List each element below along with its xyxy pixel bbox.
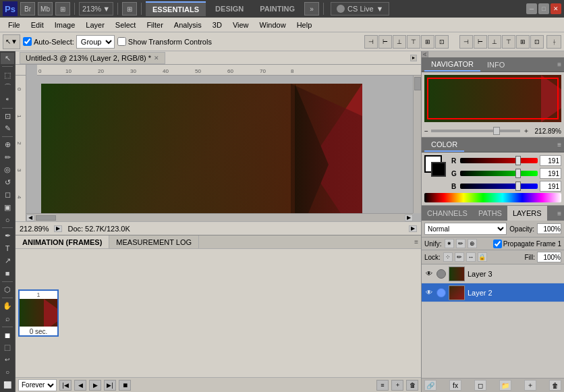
- menu-edit[interactable]: Edit: [26, 18, 49, 32]
- auto-align-btn[interactable]: ⟊: [546, 35, 561, 49]
- r-value-input[interactable]: [540, 155, 561, 166]
- measurement-log-tab[interactable]: MEASUREMENT LOG: [109, 235, 199, 248]
- dist-right[interactable]: ⊥: [488, 35, 501, 49]
- auto-select-checkbox[interactable]: [23, 37, 32, 46]
- color-tab[interactable]: COLOR: [424, 138, 464, 152]
- crop-tool[interactable]: ⊡: [1, 111, 14, 122]
- navigator-tab[interactable]: NAVIGATOR: [424, 57, 480, 72]
- zoom-in-icon[interactable]: ＋: [523, 126, 530, 136]
- menu-layer[interactable]: Layer: [80, 18, 110, 32]
- scroll-right-btn[interactable]: ▶: [405, 215, 413, 221]
- menu-file[interactable]: File: [3, 18, 26, 32]
- h-scrollbar[interactable]: ◀ ▶: [26, 213, 413, 221]
- info-tab[interactable]: INFO: [480, 57, 511, 72]
- delete-layer-btn[interactable]: 🗑: [549, 380, 561, 391]
- scroll-left-btn[interactable]: ◀: [26, 215, 34, 221]
- gradient-tool[interactable]: ▣: [1, 201, 14, 213]
- animation-frames-tab[interactable]: ANIMATION (FRAMES): [16, 235, 109, 248]
- align-left[interactable]: ⊣: [364, 35, 378, 49]
- more-workspaces-btn[interactable]: »: [304, 2, 319, 16]
- new-group-btn[interactable]: 📁: [499, 380, 511, 391]
- nav-panel-menu[interactable]: ≡: [557, 61, 561, 68]
- quick-select-tool[interactable]: ⁌: [1, 94, 14, 105]
- paths-tab[interactable]: PATHS: [473, 206, 507, 221]
- status-arrow[interactable]: ▶: [409, 225, 417, 232]
- v-scroll-thumb[interactable]: [414, 77, 421, 90]
- anim-next-btn[interactable]: ▶|: [104, 380, 116, 391]
- dist-center-h[interactable]: ⊢: [474, 35, 487, 49]
- arrange-btn[interactable]: ⊞: [55, 2, 70, 16]
- layer-2-visibility[interactable]: 👁: [424, 288, 434, 298]
- maximize-btn[interactable]: □: [538, 3, 549, 14]
- history-brush-tool[interactable]: ↺: [1, 177, 14, 188]
- lasso-tool[interactable]: ⌒: [1, 82, 14, 93]
- lock-transparent[interactable]: ⁘: [443, 252, 453, 262]
- dist-top[interactable]: ⊤: [502, 35, 515, 49]
- mini-bridge-btn[interactable]: Mb: [38, 2, 53, 16]
- b-slider-track[interactable]: [460, 184, 538, 189]
- anim-first-btn[interactable]: |◀: [59, 380, 72, 391]
- layer-item-3[interactable]: 👁 Layer 3: [422, 264, 564, 283]
- align-bottom[interactable]: ⊡: [435, 35, 449, 49]
- h-scroll-thumb[interactable]: [36, 215, 56, 221]
- align-center-h[interactable]: ⊢: [378, 35, 392, 49]
- canvas-container[interactable]: ◀ ▶: [26, 76, 421, 221]
- workspace-design[interactable]: DESIGN: [208, 1, 250, 16]
- clone-tool[interactable]: ◎: [1, 164, 14, 175]
- minimize-btn[interactable]: ─: [526, 3, 537, 14]
- loop-select[interactable]: Forever: [18, 379, 57, 391]
- unify-pixel[interactable]: ⁕: [445, 239, 454, 248]
- transform-checkbox[interactable]: [117, 37, 126, 46]
- anim-tween-btn[interactable]: ≡: [376, 380, 389, 391]
- select-rect-tool[interactable]: ⬚: [1, 69, 14, 80]
- auto-select-dropdown[interactable]: Group Layer: [76, 35, 115, 49]
- shape-tool[interactable]: ■: [1, 268, 14, 279]
- zoom-popup-btn[interactable]: ▶: [54, 225, 62, 232]
- healing-tool[interactable]: ⊕: [1, 139, 14, 150]
- r-slider-thumb[interactable]: [515, 156, 521, 165]
- eyedropper-tool[interactable]: ✎: [1, 123, 14, 134]
- menu-image[interactable]: Image: [49, 18, 81, 32]
- dodge-tool[interactable]: ○: [1, 214, 14, 225]
- layer-mask-btn[interactable]: ◻: [474, 380, 486, 391]
- brush-tool[interactable]: ✏: [1, 152, 14, 163]
- layer-3-visibility[interactable]: 👁: [424, 269, 434, 279]
- close-btn[interactable]: ✕: [551, 3, 561, 14]
- layers-tab[interactable]: LAYERS: [507, 206, 547, 221]
- animation-panel-menu[interactable]: ≡: [412, 238, 421, 246]
- cs-live-btn[interactable]: CS Live ▼: [331, 2, 389, 16]
- zoom-display[interactable]: 213% ▼: [79, 2, 113, 16]
- menu-3d[interactable]: 3D: [207, 18, 227, 32]
- align-top[interactable]: ⊤: [407, 35, 420, 49]
- menu-help[interactable]: Help: [291, 18, 318, 32]
- tool-preset-btn[interactable]: ↖▼: [3, 34, 20, 49]
- menu-filter[interactable]: Filter: [141, 18, 168, 32]
- lock-paint[interactable]: ✏: [455, 252, 464, 262]
- new-layer-btn[interactable]: ＋: [524, 380, 536, 391]
- strip-navigator-label[interactable]: A: [422, 53, 428, 56]
- fg-color-swatch[interactable]: ■: [1, 329, 14, 341]
- channels-tab[interactable]: CHANNELS: [422, 206, 473, 221]
- g-slider-thumb[interactable]: [515, 169, 521, 178]
- bg-color-swatch[interactable]: □: [1, 341, 14, 353]
- layers-panel-menu[interactable]: ≡: [555, 210, 564, 217]
- g-value-input[interactable]: [540, 168, 561, 179]
- lock-all[interactable]: 🔒: [478, 252, 487, 262]
- 3d-tool[interactable]: ⬡: [1, 284, 14, 296]
- bg-color-swatch[interactable]: [431, 162, 446, 177]
- pen-tool[interactable]: ✒: [1, 230, 14, 242]
- doc-tab-close[interactable]: ✕: [154, 55, 159, 61]
- anim-new-frame-btn[interactable]: ＋: [391, 380, 403, 391]
- screen-mode-btn[interactable]: ⊞: [122, 2, 137, 16]
- r-slider-track[interactable]: [460, 158, 538, 163]
- menu-window[interactable]: Window: [254, 18, 291, 32]
- fill-input[interactable]: [537, 252, 561, 262]
- anim-stop-btn[interactable]: ⏹: [119, 380, 131, 391]
- propagate-checkbox[interactable]: [493, 240, 502, 248]
- layer-item-2[interactable]: 👁 Layer 2: [422, 283, 564, 302]
- zoom-out-icon[interactable]: −: [424, 128, 428, 135]
- align-center-v[interactable]: ⊞: [421, 35, 434, 49]
- workspace-essentials[interactable]: ESSENTIALS: [146, 1, 206, 16]
- type-tool[interactable]: T: [1, 243, 14, 254]
- opacity-input[interactable]: [537, 223, 561, 234]
